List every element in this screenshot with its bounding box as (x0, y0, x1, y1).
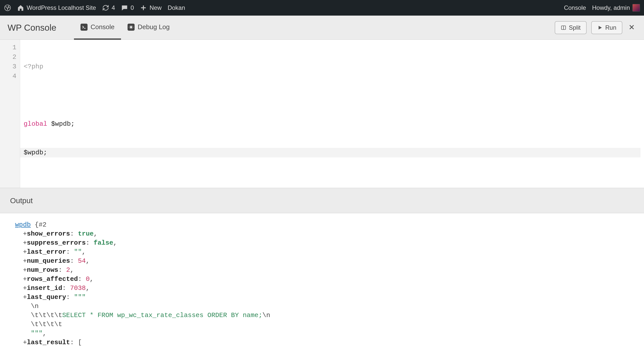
svg-point-1 (130, 26, 132, 28)
close-icon (628, 24, 635, 30)
new-content-link[interactable]: New (140, 4, 162, 11)
tab-console[interactable]: Console (74, 16, 121, 40)
wp-console-header: WP Console Console Debug Log Split Run (0, 16, 644, 40)
tab-debug-log-label: Debug Log (138, 23, 170, 31)
updates-count: 4 (112, 4, 115, 11)
code-area[interactable]: <?php global $wpdb; $wpdb; (20, 40, 644, 188)
tab-console-label: Console (91, 23, 114, 31)
run-button[interactable]: Run (591, 21, 622, 34)
output-label: Output (10, 196, 33, 205)
avatar (632, 4, 640, 12)
close-panel-button[interactable] (627, 23, 636, 32)
split-icon (561, 25, 566, 30)
home-icon (17, 4, 24, 11)
code-line: $wpdb; (20, 148, 640, 157)
tab-debug-log[interactable]: Debug Log (121, 16, 176, 40)
code-editor[interactable]: 1 2 3 4 <?php global $wpdb; $wpdb; (0, 40, 644, 188)
comments-link[interactable]: 0 (121, 4, 134, 11)
my-account[interactable]: Howdy, admin (592, 4, 640, 12)
site-name: WordPress Localhost Site (27, 4, 96, 11)
code-line: <?php (24, 62, 640, 71)
comments-count: 0 (131, 4, 134, 11)
plus-icon (140, 4, 147, 11)
refresh-icon (102, 4, 109, 11)
terminal-icon (80, 24, 88, 31)
console-toggle[interactable]: Console (564, 4, 586, 11)
line-number: 3 (0, 62, 16, 71)
wordpress-icon (4, 4, 11, 11)
updates-link[interactable]: 4 (102, 4, 115, 11)
site-home-link[interactable]: WordPress Localhost Site (17, 4, 96, 11)
dokan-label: Dokan (168, 4, 185, 11)
panel-title: WP Console (8, 23, 56, 33)
dokan-link[interactable]: Dokan (168, 4, 185, 11)
output-header: Output (0, 188, 644, 213)
wp-admin-bar: WordPress Localhost Site 4 0 New Dokan C… (0, 0, 644, 16)
play-icon (597, 25, 603, 30)
output-class-link[interactable]: wpdb (15, 221, 31, 229)
howdy-text: Howdy, admin (592, 4, 630, 11)
tab-bar: Console Debug Log (74, 16, 176, 39)
new-label: New (149, 4, 162, 11)
wp-logo[interactable] (4, 4, 11, 11)
split-button[interactable]: Split (555, 21, 587, 34)
line-number-gutter: 1 2 3 4 (0, 40, 20, 188)
code-line: global $wpdb; (24, 119, 640, 129)
code-line (24, 91, 640, 100)
line-number: 2 (0, 52, 16, 62)
line-number: 4 (0, 71, 16, 81)
comment-icon (121, 4, 128, 11)
bug-icon (128, 24, 135, 31)
line-number: 1 (0, 43, 16, 52)
output-body[interactable]: wpdb {#2 +show_errors: true, +suppress_e… (0, 213, 644, 351)
